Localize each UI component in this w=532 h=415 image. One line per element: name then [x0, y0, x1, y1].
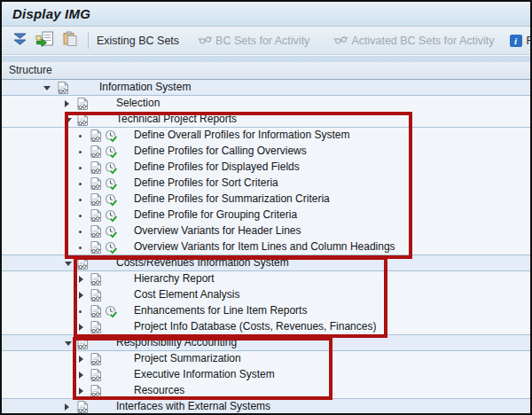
application-toolbar: Existing BC Sets BC Sets for Activity — [2, 27, 530, 55]
tree-row: Define Profiles for Sort Criteria — [2, 176, 530, 192]
expand-triangle-icon[interactable] — [79, 276, 83, 283]
paste-icon-button[interactable] — [60, 30, 79, 51]
img-node-doc-icon[interactable] — [90, 368, 104, 382]
collapse-triangle-icon[interactable] — [65, 262, 72, 266]
tree-item-label[interactable]: Executive Information System — [134, 367, 275, 382]
glasses-icon — [333, 34, 348, 48]
img-node-doc-icon[interactable] — [90, 304, 104, 318]
collapse-triangle-icon[interactable] — [43, 86, 51, 90]
img-activity-icon[interactable] — [105, 161, 119, 175]
tree-item-label[interactable]: Define Profile for Grouping Criteria — [134, 208, 297, 223]
existing-bc-sets-button[interactable]: Existing BC Sets — [97, 35, 179, 47]
leaf-bullet-icon — [79, 167, 82, 169]
img-node-doc-icon[interactable] — [90, 288, 104, 302]
img-activity-icon[interactable] — [105, 224, 119, 239]
leaf-bullet-icon — [79, 215, 82, 217]
expand-triangle-icon[interactable] — [65, 403, 69, 411]
tree-item-label[interactable]: Selection — [116, 96, 160, 111]
tree-item-label[interactable]: Define Overall Profiles for Information … — [134, 128, 349, 143]
tree-item-label[interactable]: Resources — [134, 383, 184, 398]
img-node-doc-icon[interactable] — [76, 97, 90, 111]
tree-row: Project Summarization — [2, 351, 530, 367]
collapse-triangle-icon[interactable] — [65, 341, 72, 346]
filter-icon-button[interactable] — [11, 30, 29, 51]
tree-item-label[interactable]: Project Info Database (Costs, Revenues, … — [134, 319, 376, 334]
bc-sets-for-activity-label: BC Sets for Activity — [215, 35, 309, 47]
img-activity-icon[interactable] — [105, 129, 119, 143]
window-titlebar: Display IMG — [2, 2, 530, 27]
collapse-triangle-icon[interactable] — [65, 118, 72, 122]
release-label: Release — [527, 35, 532, 47]
tree-item-label[interactable]: Costs/Revenues Information System — [116, 255, 289, 270]
leaf-bullet-icon — [79, 310, 82, 313]
img-activity-icon[interactable] — [105, 176, 119, 191]
tree-item-label[interactable]: Define Profiles for Sort Criteria — [134, 176, 278, 191]
tree-row: Overview Variants for Header Lines — [2, 223, 530, 239]
img-node-doc-icon[interactable] — [90, 208, 104, 223]
tree-item-label[interactable]: Responsibility Accounting — [116, 335, 237, 350]
tree-row: Hierarchy Report — [2, 271, 530, 287]
tree-item-label[interactable]: Hierarchy Report — [134, 271, 215, 286]
leaf-bullet-icon — [79, 247, 82, 249]
activated-bc-sets-for-activity-button[interactable]: Activated BC Sets for Activity — [333, 34, 494, 48]
expand-triangle-icon[interactable] — [79, 324, 83, 331]
expand-triangle-icon[interactable] — [79, 356, 83, 363]
img-node-doc-icon[interactable] — [90, 145, 104, 159]
img-activity-icon[interactable] — [105, 240, 119, 254]
tree-item-label[interactable]: Cost Element Analysis — [134, 287, 239, 302]
img-node-doc-icon[interactable] — [90, 240, 104, 254]
structure-header-label: Structure — [9, 64, 52, 76]
img-node-doc-icon[interactable] — [57, 81, 71, 95]
img-node-doc-icon[interactable] — [90, 161, 104, 175]
release-notes-button[interactable]: i Release — [510, 35, 532, 47]
toolbar-panel-gap — [2, 55, 530, 62]
tree-row: Interfaces with External Systems — [2, 399, 530, 415]
tree-row: Define Profiles for Calling Overviews — [2, 144, 530, 160]
tree-row: Enhancements for Line Item Reports — [2, 303, 530, 319]
tree-item-label[interactable]: Enhancements for Line Item Reports — [134, 303, 307, 318]
img-node-doc-icon[interactable] — [76, 256, 90, 270]
insert-in-bc-set-icon-button[interactable] — [35, 30, 55, 51]
img-node-doc-icon[interactable] — [76, 400, 90, 414]
tree-item-label[interactable]: Information System — [99, 80, 191, 95]
toolbar-separator — [88, 32, 89, 49]
existing-bc-sets-label: Existing BC Sets — [97, 35, 179, 47]
img-activity-icon[interactable] — [105, 192, 119, 207]
tree-item-label[interactable]: Overview Variants for Item Lines and Col… — [134, 239, 395, 254]
img-node-doc-icon[interactable] — [90, 176, 104, 191]
tree-item-label[interactable]: Overview Variants for Header Lines — [134, 223, 301, 239]
img-activity-icon[interactable] — [105, 208, 119, 223]
img-node-doc-icon[interactable] — [90, 352, 104, 366]
tree-row: Selection — [2, 96, 530, 112]
tree-item-label[interactable]: Define Profiles for Calling Overviews — [134, 144, 307, 159]
tree-row: Define Profiles for Summarization Criter… — [2, 192, 530, 208]
tree-row: Responsibility Accounting — [2, 335, 530, 351]
img-node-doc-icon[interactable] — [90, 384, 104, 398]
structure-panel-header: Structure — [2, 62, 530, 80]
img-node-doc-icon[interactable] — [90, 192, 104, 207]
tree-row: Executive Information System — [2, 367, 530, 383]
expand-triangle-icon[interactable] — [65, 100, 69, 107]
img-node-doc-icon[interactable] — [76, 113, 90, 127]
img-activity-icon[interactable] — [105, 145, 119, 159]
img-activity-icon[interactable] — [105, 304, 119, 318]
img-structure-tree: Information System Selection Technical P… — [2, 80, 530, 413]
tree-row: Define Overall Profiles for Information … — [2, 128, 530, 144]
tree-row: Resources — [2, 383, 530, 399]
tree-item-label[interactable]: Project Summarization — [134, 351, 241, 366]
tree-item-label[interactable]: Define Profiles for Displayed Fields — [134, 160, 300, 175]
tree-item-label[interactable]: Define Profiles for Summarization Criter… — [134, 192, 330, 207]
bc-sets-for-activity-button[interactable]: BC Sets for Activity — [198, 34, 309, 48]
img-node-doc-icon[interactable] — [90, 129, 104, 143]
expand-triangle-icon[interactable] — [79, 388, 83, 395]
expand-triangle-icon[interactable] — [79, 372, 83, 379]
img-node-doc-icon[interactable] — [90, 224, 104, 239]
img-node-doc-icon[interactable] — [76, 336, 90, 350]
tree-item-label[interactable]: Technical Project Reports — [116, 112, 237, 127]
expand-triangle-icon[interactable] — [79, 292, 83, 299]
leaf-bullet-icon — [79, 151, 82, 153]
img-node-doc-icon[interactable] — [90, 272, 104, 286]
glasses-icon — [198, 34, 213, 48]
img-node-doc-icon[interactable] — [90, 320, 104, 334]
tree-item-label[interactable]: Interfaces with External Systems — [116, 399, 270, 414]
